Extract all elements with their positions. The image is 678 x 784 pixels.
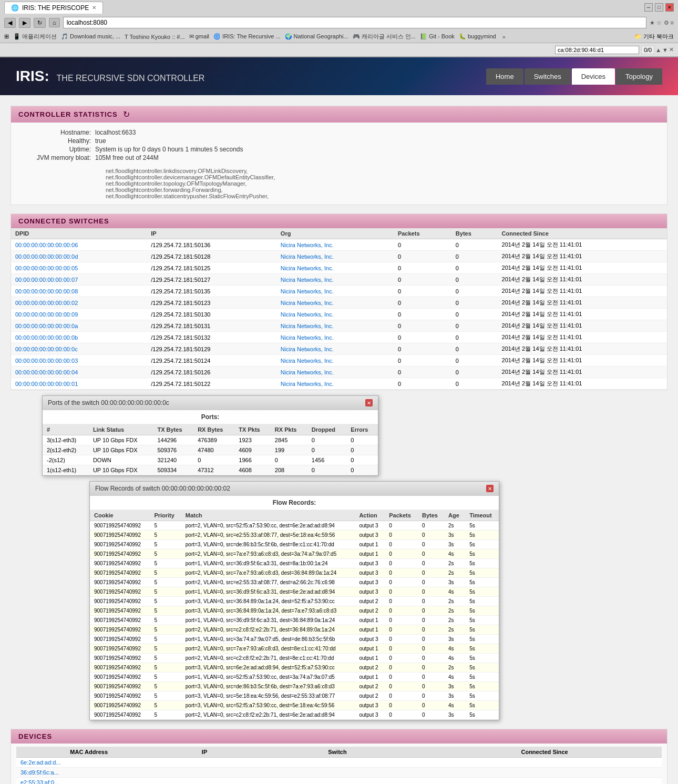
table-row: 00:00:00:00:00:00:00:0c/129.254.72.181:5… xyxy=(11,343,667,355)
flow-col-cookie: Cookie xyxy=(90,510,150,521)
maximize-button[interactable]: □ xyxy=(655,3,663,12)
ports-col-num: # xyxy=(43,424,89,435)
table-row: 00:00:00:00:00:00:00:06/129.254.72.181:5… xyxy=(11,239,667,251)
search-nav-down[interactable]: ▼ xyxy=(662,47,668,53)
table-row: 90071992547409925port=3, VLAN=0, src=de:… xyxy=(90,540,499,549)
ports-col-txp: TX Pkts xyxy=(234,424,271,435)
switches-table-body: 00:00:00:00:00:00:00:06/129.254.72.181:5… xyxy=(11,239,667,390)
home-button[interactable]: ⌂ xyxy=(49,18,60,27)
refresh-button[interactable]: ↻ xyxy=(34,18,46,28)
bookmark-gmail[interactable]: ✉ gmail xyxy=(189,33,209,40)
switches-area: CONNECTED SWITCHES DPID IP Org Packets B… xyxy=(11,213,667,784)
table-row: 00:00:00:00:00:00:00:08/129.254.72.181:5… xyxy=(11,286,667,297)
flow-modal-subtitle: Flow Records: xyxy=(90,496,499,510)
back-button[interactable]: ◀ xyxy=(4,18,16,28)
module-item: net.floodlightcontroller.topology.OFMTop… xyxy=(106,180,275,187)
hostname-label: Hostname: xyxy=(22,129,95,136)
refresh-icon[interactable]: ↻ xyxy=(123,109,130,119)
controller-stats-title: CONTROLLER STATISTICS xyxy=(18,110,118,118)
flow-col-timeout: Timeout xyxy=(465,510,499,521)
table-row: 00:00:00:00:00:00:00:07/129.254.72.181:5… xyxy=(11,274,667,286)
modules-area: net.floodlightcontroller.linkdiscovery.O… xyxy=(11,168,667,205)
col-connected: Connected Since xyxy=(427,747,662,758)
stats-table: Hostname: localhost:6633 Healthy: true U… xyxy=(11,123,667,168)
table-row: 00:00:00:00:00:00:00:0a/129.254.72.181:5… xyxy=(11,320,667,332)
flow-modal-close-button[interactable]: ✕ xyxy=(486,485,494,492)
devices-section: DEVICES MAC Address IP Switch Connected … xyxy=(11,729,667,784)
bookmark-apps[interactable]: 📱 애플리케이션 xyxy=(13,33,57,40)
table-row: 90071992547409925port=1, VLAN=0, src=36:… xyxy=(90,616,499,625)
search-close-icon[interactable]: ✕ xyxy=(669,46,674,53)
col-switch: Switch xyxy=(248,747,428,758)
flow-modal-title: Flow Records of switch 00:00:00:00:00:00… xyxy=(95,485,230,492)
bookmark-folder: 📁 기타 북마크 xyxy=(634,33,674,40)
ports-table-header: # Link Status TX Bytes RX Bytes TX Pkts … xyxy=(43,424,378,435)
close-button[interactable]: ✕ xyxy=(665,3,674,12)
ports-table: # Link Status TX Bytes RX Bytes TX Pkts … xyxy=(43,424,378,475)
bookmark-natgeo[interactable]: 🌍 National Geographi... xyxy=(285,33,348,40)
module-item: net.floodlightcontroller.devicemanager.O… xyxy=(106,174,275,180)
module-item: net.floodlightcontroller.staticentrypush… xyxy=(106,193,275,199)
table-row: 1(s12-eth1)UP 10 Gbps FDX509334473124608… xyxy=(43,465,378,475)
table-row: 90071992547409925port=3, VLAN=0, src=6e:… xyxy=(90,663,499,673)
table-row: 90071992547409925port=2, VLAN=0, src=7a:… xyxy=(90,549,499,559)
flow-modal-title-bar: Flow Records of switch 00:00:00:00:00:00… xyxy=(90,482,499,496)
col-dpid: DPID xyxy=(11,228,147,239)
table-row: 00:00:00:00:00:00:00:0b/129.254.72.181:5… xyxy=(11,332,667,343)
table-row: 00:00:00:00:00:00:00:02/129.254.72.181:5… xyxy=(11,297,667,309)
hostname-value: localhost:6633 xyxy=(95,129,136,136)
address-bar[interactable] xyxy=(63,17,647,28)
app-nav: Home Switches Devices Topology xyxy=(486,68,662,85)
table-row: 90071992547409925port=2, VLAN=0, src=e2:… xyxy=(90,578,499,587)
table-row: 90071992547409925port=2, VLAN=0, src=c2:… xyxy=(90,654,499,663)
bookmark-buggymind[interactable]: 🐛 buggymind xyxy=(459,33,496,40)
bookmark-git[interactable]: 📗 Git - Book xyxy=(420,33,455,40)
table-row: 90071992547409925port=2, VLAN=0, src=7a:… xyxy=(90,568,499,578)
col-mac: MAC Address xyxy=(16,747,161,758)
jvm-label: JVM memory bloat: xyxy=(22,154,95,161)
tab-home[interactable]: Home xyxy=(486,68,523,85)
forward-button[interactable]: ▶ xyxy=(19,18,30,28)
switches-table-header-row: DPID IP Org Packets Bytes Connected Sinc… xyxy=(11,228,667,239)
uptime-row: Uptime: System is up for 0 days 0 hours … xyxy=(22,146,656,153)
bookmark-music[interactable]: 🎵 Download music, ... xyxy=(61,33,120,40)
bookmark-carriagul[interactable]: 🎮 캐리아글 서비스 인... xyxy=(353,33,416,40)
ports-col-rxb: RX Bytes xyxy=(193,424,234,435)
healthy-label: Healthy: xyxy=(22,137,95,145)
ports-modal-close-button[interactable]: ✕ xyxy=(365,399,373,406)
table-row: 00:00:00:00:00:00:00:03/129.254.72.181:5… xyxy=(11,355,667,366)
app-header: IRIS: THE RECURSIVE SDN CONTROLLER Home … xyxy=(0,57,678,95)
bookmark-toshino[interactable]: T Toshino Kyouko :: #... xyxy=(125,34,185,40)
app-title: IRIS: THE RECURSIVE SDN CONTROLLER xyxy=(16,68,204,84)
devices-title: DEVICES xyxy=(18,732,52,740)
tab-close-icon[interactable]: ✕ xyxy=(92,5,96,11)
more-bookmarks[interactable]: » xyxy=(502,34,506,40)
search-input[interactable] xyxy=(555,46,639,54)
ports-table-body: 3(s12-eth3)UP 10 Gbps FDX144296476389192… xyxy=(43,435,378,475)
switches-table: DPID IP Org Packets Bytes Connected Sinc… xyxy=(11,228,667,390)
table-row: 00:00:00:00:00:00:00:04/129.254.72.181:5… xyxy=(11,366,667,378)
uptime-label: Uptime: xyxy=(22,146,95,153)
tab-switches[interactable]: Switches xyxy=(525,68,571,85)
search-nav-up[interactable]: ▲ xyxy=(655,47,661,53)
table-row: 00:00:00:00:00:00:00:09/129.254.72.181:5… xyxy=(11,309,667,320)
switches-list-title: CONNECTED SWITCHES xyxy=(18,217,109,225)
ports-col-errors: Errors xyxy=(346,424,378,435)
search-count: 0/0 xyxy=(641,46,654,54)
flow-table-header: Cookie Priority Match Action Packets Byt… xyxy=(90,510,499,521)
tab-topology[interactable]: Topology xyxy=(616,68,662,85)
tab-devices[interactable]: Devices xyxy=(572,68,615,85)
table-row: 90071992547409925port=2, VLAN=0, src=52:… xyxy=(90,521,499,531)
table-row: 2(s12-eth2)UP 10 Gbps FDX509376474804609… xyxy=(43,445,378,455)
browser-chrome: 🌐 IRIS: THE PERISCOPE ✕ ─ □ ✕ ◀ ▶ ↻ ⌂ ★ … xyxy=(0,0,678,57)
hostname-row: Hostname: localhost:6633 xyxy=(22,129,656,136)
table-row: 90071992547409925port=2, VLAN=0, src=7a:… xyxy=(90,644,499,654)
switches-content: CONNECTED SWITCHES DPID IP Org Packets B… xyxy=(11,213,667,784)
browser-tab[interactable]: 🌐 IRIS: THE PERISCOPE ✕ xyxy=(4,2,103,14)
ports-col-link: Link Status xyxy=(89,424,153,435)
table-row: 90071992547409925port=1, VLAN=0, src=52:… xyxy=(90,673,499,682)
app-title-iris: IRIS: xyxy=(16,68,49,84)
nav-bar: ◀ ▶ ↻ ⌂ ★ ☆ ⚙ ≡ xyxy=(0,15,678,30)
bookmark-iris[interactable]: 🌀 IRIS: The Recursive ... xyxy=(213,33,281,40)
minimize-button[interactable]: ─ xyxy=(644,3,653,12)
